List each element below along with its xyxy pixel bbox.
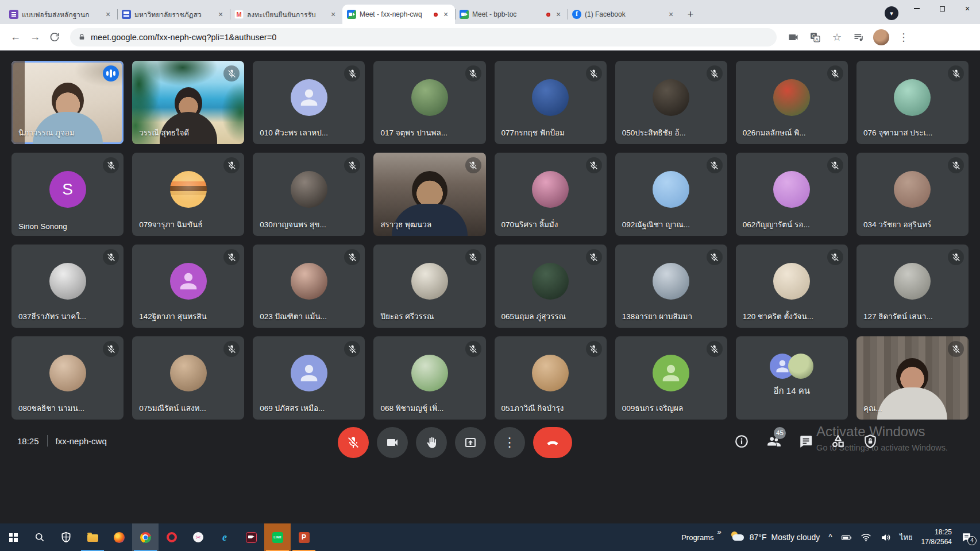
window-close-button[interactable]: ×: [955, 0, 980, 17]
host-controls-button[interactable]: [863, 434, 878, 449]
participants-button[interactable]: 45: [766, 434, 781, 449]
chat-button[interactable]: [798, 434, 813, 449]
participant-tile[interactable]: อีก 14 คน: [736, 336, 848, 420]
window-maximize-button[interactable]: [929, 0, 955, 17]
participant-tile[interactable]: 050ประสิทธิชัย อ้...: [615, 61, 727, 144]
mic-toggle-button[interactable]: [338, 427, 369, 458]
taskbar-powerpoint-button[interactable]: P: [291, 523, 317, 551]
taskbar-defender-button[interactable]: [53, 523, 79, 551]
taskbar-line-button[interactable]: LINE: [264, 523, 291, 551]
mic-muted-icon: [103, 249, 119, 265]
participant-tile[interactable]: 065นฤมล ภู่สุวรรณ: [495, 245, 607, 328]
more-options-button[interactable]: ⋮: [494, 427, 525, 458]
reload-button[interactable]: [46, 29, 63, 46]
browser-profile-avatar[interactable]: [873, 29, 889, 45]
participant-tile[interactable]: 062กัญญารัตน์ รอ...: [736, 153, 848, 236]
programs-toolbar[interactable]: Programs »: [681, 533, 722, 542]
action-center-button[interactable]: 4: [960, 531, 973, 543]
meet-bottom-bar: 18:25 fxx-neph-cwq ⋮ 45: [0, 422, 980, 466]
browser-tab[interactable]: ลงทะเบียนยืนยันการรับ×: [230, 5, 342, 24]
participant-name: ปิยะอร ศรีวรรณ: [380, 310, 434, 323]
tab-close-icon[interactable]: ×: [329, 10, 338, 19]
participant-tile[interactable]: 138อารยา ผาบสิมมา: [615, 245, 727, 328]
tab-close-icon[interactable]: ×: [666, 10, 676, 19]
participant-tile[interactable]: สราวุธ พุฒนวล: [373, 153, 485, 236]
browser-tab[interactable]: แบบฟอร์มส่งหลักฐานก×: [5, 5, 117, 24]
browser-tab[interactable]: Meet - bpb-toc×: [455, 5, 568, 24]
browser-tab[interactable]: มหาวิทยาลัยราชภัฏสว×: [117, 5, 230, 24]
participant-tile[interactable]: 075มณีรัตน์ แสงท...: [132, 336, 244, 420]
camera-permission-icon[interactable]: [784, 29, 803, 46]
taskbar-snip-button[interactable]: ✂: [185, 523, 211, 551]
media-controls-icon[interactable]: [849, 29, 869, 46]
participant-name: 127 ธิดารัตน์ เสนา...: [863, 310, 933, 323]
new-tab-button[interactable]: +: [682, 6, 699, 22]
participant-tile[interactable]: 120 ชาคริต ตั้งวัจน...: [736, 245, 848, 328]
taskbar-start-button[interactable]: [0, 523, 26, 551]
address-bar[interactable]: meet.google.com/fxx-neph-cwq?pli=1&authu…: [70, 28, 777, 46]
raise-hand-button[interactable]: [416, 427, 447, 458]
activities-button[interactable]: [831, 434, 846, 449]
browser-menu-icon[interactable]: ⋮: [894, 29, 913, 46]
taskbar-explorer-button[interactable]: [79, 523, 106, 551]
participant-tile[interactable]: 069 ปภัสสร เหมือ...: [253, 336, 365, 420]
tab-search-icon[interactable]: ▾: [885, 6, 898, 20]
taskbar-clock[interactable]: 18:25 17/8/2564: [921, 527, 952, 548]
taskbar-opera-button[interactable]: [159, 523, 185, 551]
wifi-icon[interactable]: [861, 532, 871, 543]
divider: [47, 435, 48, 447]
participant-tile[interactable]: 080ชลธิชา นามน...: [11, 336, 124, 420]
tab-close-icon[interactable]: ×: [216, 10, 225, 19]
participant-tile[interactable]: 010 ศิวะพร เลาหป...: [253, 61, 365, 144]
taskbar-chrome-button[interactable]: [132, 523, 159, 551]
participant-name: 009ธนกร เจริญผล: [622, 402, 684, 414]
back-button[interactable]: ←: [7, 29, 24, 46]
participant-tile[interactable]: SSirion Sonong: [11, 153, 124, 236]
participant-tile[interactable]: 092ณัฐณิชา ญาณ...: [615, 153, 727, 236]
tab-close-icon[interactable]: ×: [554, 10, 563, 19]
tray-expand-chevron[interactable]: ^: [828, 533, 832, 542]
participant-tile[interactable]: 017 จตุพร ปานพล...: [373, 61, 485, 144]
end-call-button[interactable]: [533, 427, 572, 458]
participant-tile[interactable]: 076 จุฑามาส ประเ...: [856, 61, 969, 144]
participant-tile[interactable]: 070นริศรา ลิ้มมั่ง: [495, 153, 607, 236]
participant-count-badge: 45: [774, 427, 786, 439]
overflow-chevron-icon[interactable]: »: [717, 527, 722, 536]
tab-close-icon[interactable]: ×: [441, 10, 450, 19]
taskbar-recorder-button[interactable]: [238, 523, 264, 551]
browser-tab[interactable]: Meet - fxx-neph-cwq×: [342, 5, 455, 24]
participant-tile[interactable]: 079จารุภา ฉิมขันธ์: [132, 153, 244, 236]
meeting-info: 18:25 fxx-neph-cwq: [17, 435, 107, 447]
participant-tile[interactable]: 068 พิชามญชุ์ เพิ่...: [373, 336, 485, 420]
volume-icon[interactable]: [880, 532, 891, 543]
weather-widget[interactable]: 87°F Mostly cloudy: [730, 531, 820, 543]
present-button[interactable]: [455, 427, 486, 458]
taskbar-ie-button[interactable]: e: [211, 523, 238, 551]
participant-tile[interactable]: 023 ปัณฑิตา แม้น...: [253, 245, 365, 328]
participant-tile[interactable]: 051ภาวิณี กิจบำรุง: [495, 336, 607, 420]
taskbar-search-button[interactable]: [26, 523, 53, 551]
participant-tile[interactable]: 127 ธิดารัตน์ เสนา...: [856, 245, 969, 328]
forward-button[interactable]: →: [26, 29, 44, 46]
browser-tab[interactable]: (1) Facebook×: [568, 5, 680, 24]
input-language[interactable]: ไทย: [900, 531, 913, 544]
participant-tile[interactable]: 026กมลลักษณ์ พิ...: [736, 61, 848, 144]
participant-tile[interactable]: 034 วรัชยา อสุรินทร์: [856, 153, 969, 236]
meeting-details-button[interactable]: [734, 434, 749, 449]
translate-icon[interactable]: [805, 29, 825, 46]
participant-tile[interactable]: 077กรกฤช ฟักป้อม: [495, 61, 607, 144]
taskbar-firefox-button[interactable]: [106, 523, 132, 551]
participant-tile[interactable]: คุณ...: [856, 336, 969, 420]
battery-icon[interactable]: [841, 532, 852, 543]
tab-close-icon[interactable]: ×: [103, 10, 113, 19]
participant-tile[interactable]: วรรณี สุทธใจดี: [132, 61, 244, 144]
bookmark-star-icon[interactable]: ☆: [827, 29, 847, 46]
participant-tile[interactable]: 142ฐิตาภา สุนทรสิน: [132, 245, 244, 328]
participant-tile[interactable]: นิภาวรรณ ภูจอม: [11, 61, 124, 144]
participant-tile[interactable]: 030กาญจนพร สุข...: [253, 153, 365, 236]
participant-tile[interactable]: ปิยะอร ศรีวรรณ: [373, 245, 485, 328]
participant-tile[interactable]: 009ธนกร เจริญผล: [615, 336, 727, 420]
participant-tile[interactable]: 037ธีราภัทร นาคใ...: [11, 245, 124, 328]
camera-toggle-button[interactable]: [377, 427, 408, 458]
window-minimize-button[interactable]: [904, 0, 929, 17]
